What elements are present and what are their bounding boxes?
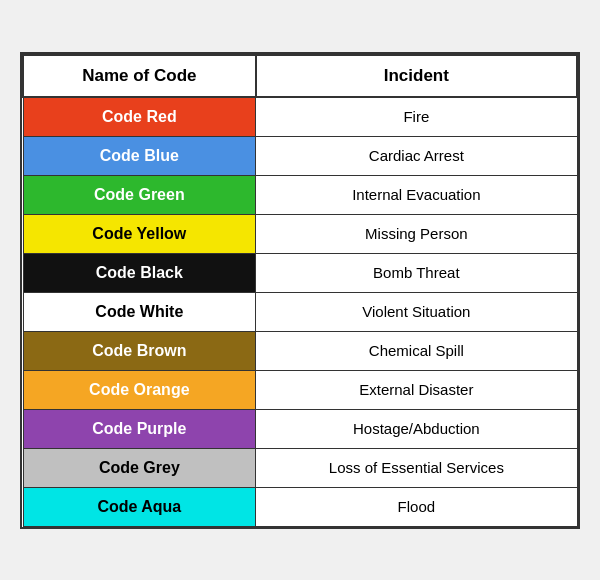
incident-cell-2: Internal Evacuation: [256, 175, 577, 214]
incident-cell-0: Fire: [256, 97, 577, 137]
incident-cell-8: Hostage/Abduction: [256, 409, 577, 448]
code-cell-10: Code Aqua: [23, 487, 256, 526]
table-row: Code BrownChemical Spill: [23, 331, 577, 370]
table-row: Code WhiteViolent Situation: [23, 292, 577, 331]
incident-cell-4: Bomb Threat: [256, 253, 577, 292]
incident-cell-10: Flood: [256, 487, 577, 526]
codes-table-container: Name of Code Incident Code RedFireCode B…: [20, 52, 580, 529]
code-cell-4: Code Black: [23, 253, 256, 292]
codes-table: Name of Code Incident Code RedFireCode B…: [22, 54, 578, 527]
table-row: Code YellowMissing Person: [23, 214, 577, 253]
table-row: Code RedFire: [23, 97, 577, 137]
code-cell-8: Code Purple: [23, 409, 256, 448]
table-row: Code OrangeExternal Disaster: [23, 370, 577, 409]
header-incident: Incident: [256, 55, 577, 97]
table-row: Code PurpleHostage/Abduction: [23, 409, 577, 448]
incident-cell-3: Missing Person: [256, 214, 577, 253]
code-cell-5: Code White: [23, 292, 256, 331]
code-cell-3: Code Yellow: [23, 214, 256, 253]
code-cell-0: Code Red: [23, 97, 256, 137]
table-row: Code GreyLoss of Essential Services: [23, 448, 577, 487]
table-row: Code BlueCardiac Arrest: [23, 136, 577, 175]
incident-cell-7: External Disaster: [256, 370, 577, 409]
table-row: Code AquaFlood: [23, 487, 577, 526]
code-cell-9: Code Grey: [23, 448, 256, 487]
incident-cell-9: Loss of Essential Services: [256, 448, 577, 487]
incident-cell-5: Violent Situation: [256, 292, 577, 331]
code-cell-6: Code Brown: [23, 331, 256, 370]
header-code: Name of Code: [23, 55, 256, 97]
table-row: Code GreenInternal Evacuation: [23, 175, 577, 214]
table-header-row: Name of Code Incident: [23, 55, 577, 97]
incident-cell-6: Chemical Spill: [256, 331, 577, 370]
table-row: Code BlackBomb Threat: [23, 253, 577, 292]
incident-cell-1: Cardiac Arrest: [256, 136, 577, 175]
code-cell-1: Code Blue: [23, 136, 256, 175]
code-cell-2: Code Green: [23, 175, 256, 214]
code-cell-7: Code Orange: [23, 370, 256, 409]
